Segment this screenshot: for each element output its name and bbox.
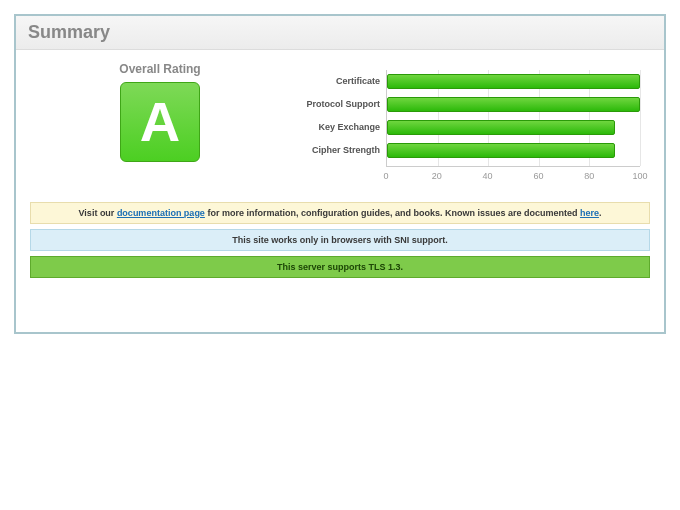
bar-label: Cipher Strength [286, 143, 386, 158]
notice-documentation: Visit our documentation page for more in… [30, 202, 650, 224]
x-tick: 0 [383, 171, 388, 181]
chart-column: 020406080100 CertificateProtocol Support… [290, 62, 650, 188]
bar-label: Protocol Support [286, 97, 386, 112]
gridline [640, 70, 641, 166]
notice-doc-prefix: Visit our [79, 208, 117, 218]
notice-doc-suffix: . [599, 208, 602, 218]
documentation-link[interactable]: documentation page [117, 208, 205, 218]
plot-area [386, 70, 640, 166]
panel-header: Summary [16, 16, 664, 50]
grade-badge: A [120, 82, 200, 162]
grade-letter: A [140, 94, 180, 150]
rating-column: Overall Rating A [30, 62, 290, 162]
bar-protocol-support [387, 97, 640, 112]
rating-label: Overall Rating [30, 62, 290, 76]
x-tick: 40 [483, 171, 493, 181]
score-bar-chart: 020406080100 CertificateProtocol Support… [308, 70, 650, 188]
summary-panel: Summary Overall Rating A 020406080100 Ce… [14, 14, 666, 334]
notice-sni: This site works only in browsers with SN… [30, 229, 650, 251]
top-row: Overall Rating A 020406080100 Certificat… [30, 62, 650, 188]
known-issues-link[interactable]: here [580, 208, 599, 218]
panel-title: Summary [28, 22, 652, 43]
bar-cipher-strength [387, 143, 615, 158]
x-tick: 20 [432, 171, 442, 181]
bar-label: Key Exchange [286, 120, 386, 135]
bar-label: Certificate [286, 74, 386, 89]
notices: Visit our documentation page for more in… [30, 202, 650, 278]
bar-key-exchange [387, 120, 615, 135]
notice-tls: This server supports TLS 1.3. [30, 256, 650, 278]
panel-body: Overall Rating A 020406080100 Certificat… [16, 50, 664, 293]
bar-certificate [387, 74, 640, 89]
x-tick: 100 [632, 171, 647, 181]
x-tick: 60 [533, 171, 543, 181]
notice-doc-mid: for more information, configuration guid… [205, 208, 580, 218]
x-tick: 80 [584, 171, 594, 181]
x-axis: 020406080100 [386, 166, 640, 188]
